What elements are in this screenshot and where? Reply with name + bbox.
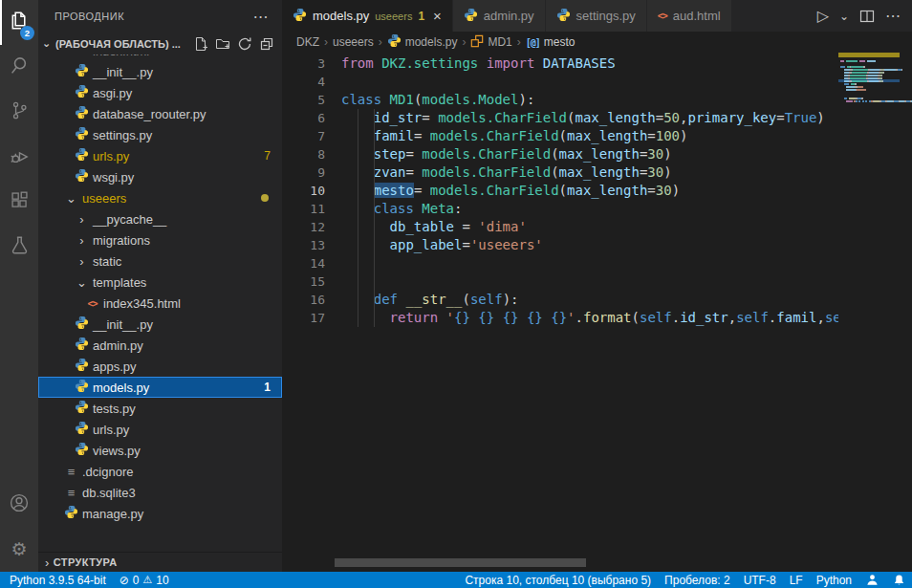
status-eol[interactable]: LF: [783, 572, 810, 588]
status-encoding[interactable]: UTF-8: [737, 572, 783, 588]
code-line-7[interactable]: 7 famil= models.CharField(max_length=100…: [282, 127, 838, 145]
code-line-5[interactable]: 5class MD1(models.Model):: [282, 91, 838, 109]
more-actions-icon[interactable]: ⋯: [885, 7, 901, 25]
code-line-3[interactable]: 3from DKZ.settings import DATABASES: [282, 54, 838, 73]
tree-file-manage.py[interactable]: manage.py: [38, 503, 282, 524]
code-line-9[interactable]: 9 zvan= models.CharField(max_length=30): [282, 163, 838, 182]
tab-bar: models.pyuseeers1×admin.pysettings.py<>a…: [282, 0, 912, 32]
code-line-6[interactable]: 6 id_str= models.CharField(max_length=50…: [282, 109, 838, 127]
breadcrumb-item-useeers[interactable]: useeers: [333, 35, 374, 49]
tree-folder-templates[interactable]: ⌄templates: [38, 272, 282, 293]
status-indentation[interactable]: Пробелов: 2: [658, 572, 737, 588]
status-language-mode[interactable]: Python: [810, 572, 858, 588]
code-line-11[interactable]: 11 class Meta:: [282, 200, 838, 218]
breadcrumb-item-mesto[interactable]: [@]mesto: [526, 35, 575, 49]
code-content[interactable]: 3from DKZ.settings import DATABASES45cla…: [282, 54, 838, 572]
code-token: zvan: [374, 164, 406, 180]
status-feedback[interactable]: [858, 572, 886, 588]
bell-icon: [893, 574, 905, 586]
tree-file-wsgi.py[interactable]: wsgi.py: [38, 166, 282, 187]
run-dropdown-icon[interactable]: ⌄: [839, 10, 849, 23]
tree-file-database_roouter.py[interactable]: database_roouter.py: [38, 103, 282, 124]
code-token: models.Model: [422, 92, 518, 107]
folder-chevron: ⌄: [63, 191, 79, 206]
activity-item-source-control[interactable]: [0, 90, 38, 135]
status-problems[interactable]: ⊘0⚠10: [113, 572, 176, 588]
explorer-title: ПРОВОДНИК: [54, 11, 124, 22]
breadcrumb-item-models.py[interactable]: models.py: [387, 33, 458, 51]
code-line-4[interactable]: 4: [282, 73, 838, 91]
split-editor-icon[interactable]: [859, 9, 875, 24]
views-and-more-actions-icon[interactable]: ⋯: [253, 8, 270, 26]
breadcrumb-item-MD1[interactable]: MD1: [470, 34, 511, 51]
close-tab-icon[interactable]: ×: [433, 9, 442, 23]
status-python-interpreter[interactable]: Python 3.9.5 64-bit: [0, 572, 113, 588]
tree-folder-__pycache__[interactable]: ›__pycache__: [38, 208, 282, 229]
outline-section-header[interactable]: › СТРУКТУРА: [38, 552, 282, 572]
tree-file-apps.py[interactable]: apps.py: [38, 356, 282, 377]
code-line-17[interactable]: 17 return '{} {} {} {} {}'.format(self.i…: [282, 309, 838, 327]
tree-folder-useeers[interactable]: ⌄useeers: [38, 187, 282, 208]
activity-item-accounts[interactable]: [0, 482, 38, 527]
code-line-16[interactable]: 16 def __str__(self):: [282, 291, 838, 309]
tree-file-urls.py[interactable]: urls.py7: [38, 145, 282, 166]
minimap[interactable]: [838, 53, 900, 102]
tab-models.py[interactable]: models.pyuseeers1×: [282, 0, 453, 32]
code-line-8[interactable]: 8 step= models.CharField(max_length=30): [282, 145, 838, 163]
tree-file-models.py[interactable]: models.py1: [38, 377, 282, 398]
tree-folder-static[interactable]: ›static: [38, 250, 282, 272]
tree-item-label: __pycache__: [93, 212, 166, 227]
workspace-section-header[interactable]: ⌄ (РАБОЧАЯ ОБЛАСТЬ) ...: [38, 33, 282, 54]
breadcrumb-separator: ›: [379, 35, 382, 49]
code-token: Meta: [422, 201, 454, 216]
code-token: ): [672, 183, 680, 198]
code-line-14[interactable]: 14: [282, 254, 838, 272]
tree-file-views.py[interactable]: views.py: [38, 440, 282, 461]
tree-file-db.sqlite3[interactable]: ≡db.sqlite3: [38, 482, 282, 503]
line-number: 8: [282, 145, 325, 163]
new-file-icon[interactable]: [193, 36, 208, 52]
code-editor[interactable]: 3from DKZ.settings import DATABASES45cla…: [282, 53, 912, 572]
tree-item-label: migrations: [93, 233, 150, 248]
status-cursor-position[interactable]: Строка 10, столбец 10 (выбрано 5): [455, 572, 658, 588]
tree-file-__init__.py[interactable]: __init__.py: [38, 314, 282, 335]
horizontal-scrollbar[interactable]: [335, 558, 586, 567]
activity-item-explorer[interactable]: 2: [0, 0, 38, 45]
tree-file-tests.py[interactable]: tests.py: [38, 398, 282, 419]
activity-item-testing[interactable]: [0, 225, 38, 270]
tree-file-settings.py[interactable]: settings.py: [38, 124, 282, 145]
tree-file-admin.py[interactable]: admin.py: [38, 335, 282, 356]
activity-item-extensions[interactable]: [0, 180, 38, 225]
breadcrumb-item-DKZ[interactable]: DKZ: [296, 35, 319, 49]
activity-item-search[interactable]: [0, 45, 38, 90]
tab-admin.py[interactable]: admin.py: [453, 0, 546, 32]
collapse-folders-icon[interactable]: [259, 36, 274, 52]
tree-file-.dcignore[interactable]: ≡.dcignore: [38, 461, 282, 482]
tree-folder-migrations[interactable]: ›migrations: [38, 229, 282, 250]
tree-file-urls.py[interactable]: urls.py: [38, 419, 282, 440]
code-token: return: [390, 310, 439, 325]
tree-file-__init__.py[interactable]: __init__.py: [38, 61, 282, 82]
activity-item-run-and-debug[interactable]: [0, 135, 38, 180]
run-python-file-icon[interactable]: ▷: [817, 7, 829, 25]
tree-file-index.html[interactable]: ≡index.html: [38, 54, 282, 61]
code-line-13[interactable]: 13 app_label='useeers': [282, 236, 838, 254]
tree-file-asgi.py[interactable]: asgi.py: [38, 82, 282, 103]
minimap-highlight-band: [838, 53, 900, 57]
new-folder-icon[interactable]: [215, 36, 230, 52]
python-icon-slot: [74, 126, 90, 143]
code-line-15[interactable]: 15: [282, 272, 838, 291]
activity-item-manage[interactable]: ⚙: [0, 527, 38, 572]
code-line-12[interactable]: 12 db_table = 'dima': [282, 218, 838, 236]
tab-aud.html[interactable]: <>aud.html: [647, 0, 732, 32]
code-line-10[interactable]: 10 mesto= models.CharField(max_length=30…: [282, 182, 838, 200]
debug-icon: [9, 145, 30, 170]
code-token: [494, 310, 502, 325]
code-token: 30: [647, 164, 663, 180]
python-icon: [464, 8, 478, 25]
tree-file-index345.html[interactable]: <>index345.html: [38, 293, 282, 314]
tab-settings.py[interactable]: settings.py: [546, 0, 647, 32]
status-notifications[interactable]: [886, 572, 912, 588]
line-number: 15: [282, 272, 325, 291]
refresh-explorer-icon[interactable]: [237, 36, 252, 52]
